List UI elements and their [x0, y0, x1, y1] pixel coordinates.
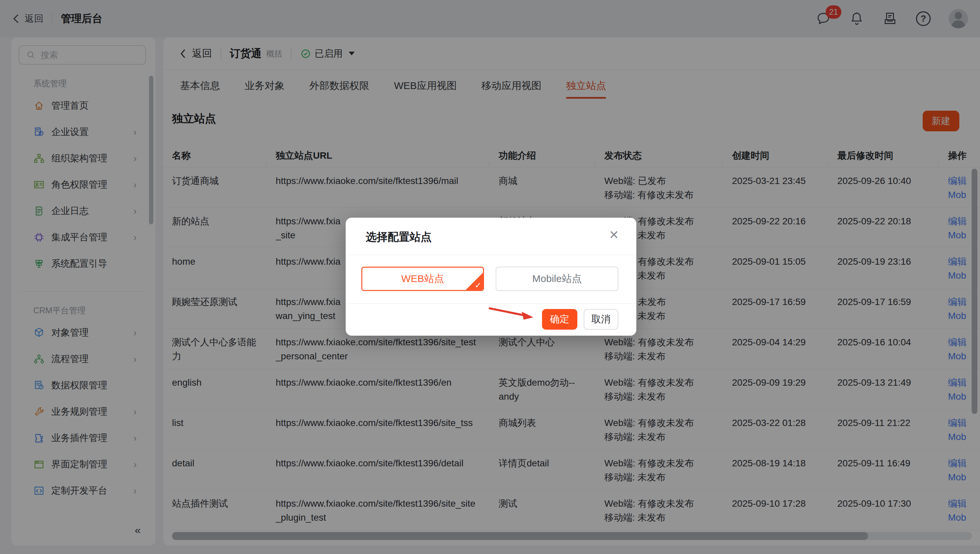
modal-header: 选择配置站点 ✕ [346, 218, 636, 255]
modal-footer: 确定 取消 [346, 304, 636, 336]
confirm-button[interactable]: 确定 [542, 309, 578, 330]
modal-options: WEB站点 ✓ Mobile站点 [346, 255, 636, 304]
modal-title: 选择配置站点 [366, 230, 432, 245]
check-icon: ✓ [475, 281, 481, 289]
site-type-option-0[interactable]: WEB站点 ✓ [361, 267, 484, 291]
select-site-modal: 选择配置站点 ✕ WEB站点 ✓ Mobile站点 确定 取消 [346, 218, 636, 336]
cancel-button[interactable]: 取消 [584, 309, 618, 330]
close-icon[interactable]: ✕ [609, 229, 619, 241]
site-type-option-1[interactable]: Mobile站点 [496, 267, 618, 291]
